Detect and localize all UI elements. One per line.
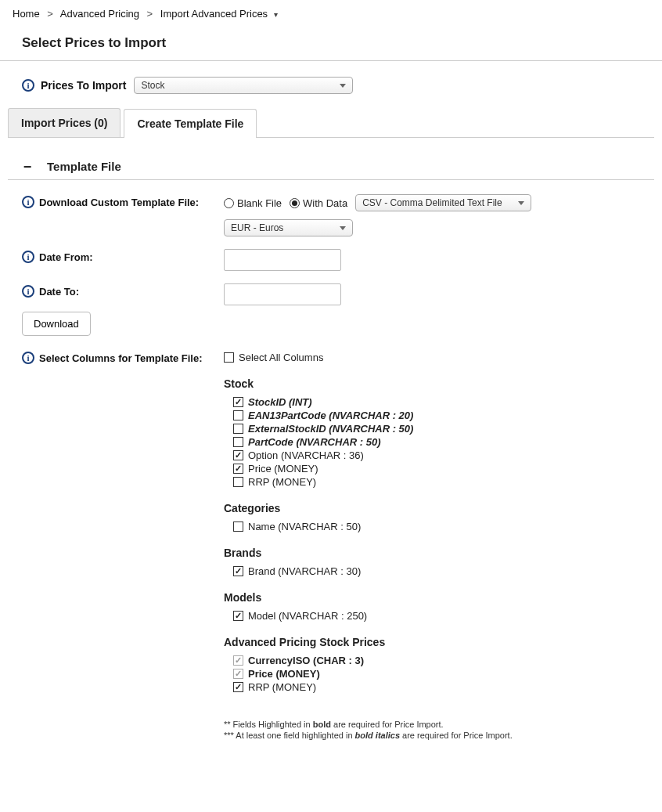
chevron-down-icon	[518, 201, 524, 205]
breadcrumb-sep: >	[47, 8, 53, 20]
column-checkbox[interactable]: Name (NVARCHAR : 50)	[224, 521, 640, 532]
date-from-input[interactable]	[224, 249, 341, 271]
column-checkbox[interactable]: RRP (MONEY)	[224, 681, 640, 693]
column-group-title: Categories	[224, 502, 640, 514]
radio-icon	[290, 198, 300, 208]
info-icon[interactable]	[22, 251, 34, 263]
column-label: Option (NVARCHAR : 36)	[248, 449, 364, 461]
column-label: Name (NVARCHAR : 50)	[248, 521, 361, 532]
column-label: ExternalStockID (NVARCHAR : 50)	[248, 423, 413, 435]
column-label: Model (NVARCHAR : 250)	[248, 610, 367, 622]
columns-panel: Select All Columns StockStockID (INT)EAN…	[224, 350, 640, 742]
checkbox-icon	[233, 655, 243, 666]
column-group-title: Stock	[224, 377, 640, 390]
currency-select[interactable]: EUR - Euros	[224, 219, 353, 236]
column-checkbox: CurrencyISO (CHAR : 3)	[224, 655, 640, 666]
date-to-input[interactable]	[224, 283, 341, 305]
column-label: EAN13PartCode (NVARCHAR : 20)	[248, 410, 413, 421]
tab-import-prices[interactable]: Import Prices (0)	[8, 108, 121, 137]
chevron-down-icon	[340, 226, 346, 230]
checkbox-icon	[233, 437, 243, 447]
tab-create-template[interactable]: Create Template File	[124, 109, 257, 138]
breadcrumb-home[interactable]: Home	[13, 8, 40, 20]
radio-blank-file[interactable]: Blank File	[224, 197, 282, 209]
collapse-icon[interactable]: −	[22, 161, 33, 172]
chevron-down-icon: ▾	[274, 10, 278, 19]
download-button[interactable]: Download	[22, 312, 91, 336]
date-from-label: Date From:	[22, 249, 210, 263]
column-label: CurrencyISO (CHAR : 3)	[248, 655, 364, 666]
checkbox-icon	[233, 464, 243, 474]
prices-to-import-value: Stock	[141, 80, 164, 91]
currency-value: EUR - Euros	[231, 222, 283, 233]
prices-to-import-label: Prices To Import	[41, 79, 126, 92]
column-checkbox[interactable]: Option (NVARCHAR : 36)	[224, 449, 640, 461]
breadcrumb-import-advanced-prices[interactable]: Import Advanced Prices ▾	[160, 8, 278, 20]
checkbox-icon	[233, 477, 243, 487]
checkbox-icon	[233, 611, 243, 621]
column-checkbox[interactable]: StockID (INT)	[224, 396, 640, 408]
checkbox-icon	[233, 566, 243, 576]
checkbox-icon	[233, 397, 243, 407]
checkbox-icon	[233, 682, 243, 692]
column-checkbox[interactable]: PartCode (NVARCHAR : 50)	[224, 436, 640, 448]
checkbox-icon	[233, 410, 243, 420]
breadcrumb: Home > Advanced Pricing > Import Advance…	[0, 0, 662, 27]
file-format-select[interactable]: CSV - Comma Delimited Text File	[355, 194, 531, 211]
column-label: Brand (NVARCHAR : 30)	[248, 565, 361, 577]
info-icon[interactable]	[22, 196, 34, 208]
column-group-title: Models	[224, 591, 640, 604]
column-group-title: Advanced Pricing Stock Prices	[224, 636, 640, 648]
date-to-label: Date To:	[22, 283, 210, 298]
column-checkbox[interactable]: RRP (MONEY)	[224, 476, 640, 488]
info-icon[interactable]	[22, 79, 34, 92]
checkbox-icon	[233, 450, 243, 460]
footnotes: ** Fields Highlighted in bold are requir…	[224, 720, 640, 740]
column-checkbox[interactable]: Brand (NVARCHAR : 30)	[224, 565, 640, 577]
tabs: Import Prices (0) Create Template File	[8, 108, 654, 138]
section-title: Template File	[47, 160, 121, 173]
radio-with-data[interactable]: With Data	[290, 197, 347, 209]
checkbox-icon	[233, 669, 243, 679]
checkbox-icon	[233, 424, 243, 434]
column-checkbox[interactable]: ExternalStockID (NVARCHAR : 50)	[224, 423, 640, 435]
column-checkbox[interactable]: EAN13PartCode (NVARCHAR : 20)	[224, 410, 640, 421]
column-label: Price (MONEY)	[248, 668, 320, 680]
column-checkbox[interactable]: Price (MONEY)	[224, 463, 640, 475]
column-group-title: Brands	[224, 547, 640, 559]
download-custom-label: Download Custom Template File:	[22, 194, 210, 208]
chevron-down-icon	[340, 84, 346, 88]
section-template-file: − Template File	[8, 160, 654, 180]
column-label: PartCode (NVARCHAR : 50)	[248, 436, 381, 448]
select-columns-label: Select Columns for Template File:	[22, 350, 210, 364]
column-label: RRP (MONEY)	[248, 476, 316, 488]
column-label: StockID (INT)	[248, 396, 312, 408]
column-label: RRP (MONEY)	[248, 681, 316, 693]
info-icon[interactable]	[22, 352, 34, 364]
file-format-value: CSV - Comma Delimited Text File	[362, 197, 502, 208]
column-checkbox: Price (MONEY)	[224, 668, 640, 680]
radio-icon	[224, 198, 234, 208]
checkbox-icon	[224, 352, 234, 363]
select-all-columns[interactable]: Select All Columns	[224, 352, 640, 363]
column-checkbox[interactable]: Model (NVARCHAR : 250)	[224, 610, 640, 622]
breadcrumb-advanced-pricing[interactable]: Advanced Pricing	[60, 8, 139, 20]
breadcrumb-sep: >	[147, 8, 153, 20]
info-icon[interactable]	[22, 285, 34, 298]
column-label: Price (MONEY)	[248, 463, 318, 475]
prices-to-import-select[interactable]: Stock	[134, 77, 353, 94]
checkbox-icon	[233, 521, 243, 532]
page-title: Select Prices to Import	[0, 27, 662, 61]
